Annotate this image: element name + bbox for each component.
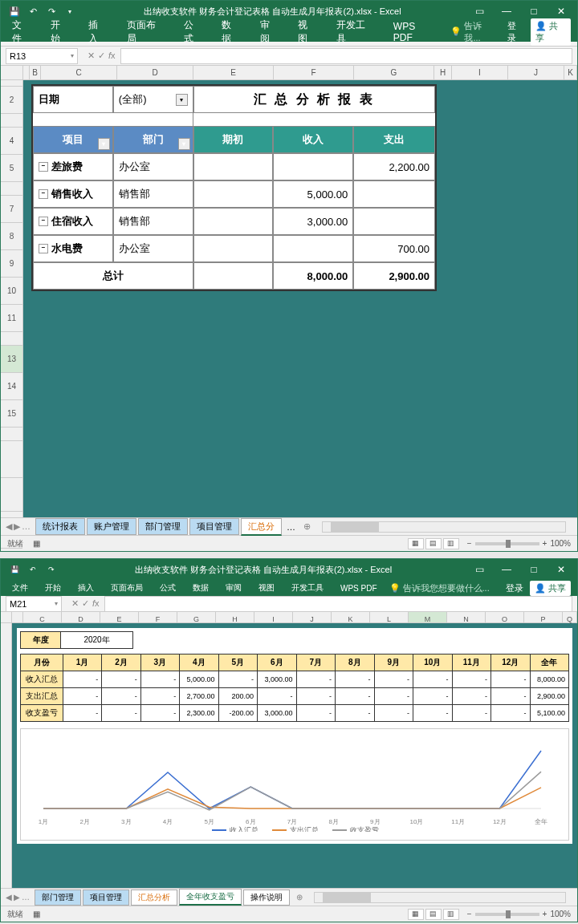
date-filter[interactable]: (全部)▾ <box>113 86 193 113</box>
ribbon-tab-dev[interactable]: 开发工具 <box>332 16 379 48</box>
select-all[interactable] <box>1 66 23 79</box>
view-normal-icon[interactable]: ▦ <box>408 538 424 549</box>
tab-annual[interactable]: 全年收支盈亏 <box>179 889 242 906</box>
tab-nav-prev-icon[interactable]: ◀ <box>6 893 12 902</box>
ribbon-tab-insert[interactable]: 插入 <box>73 580 99 596</box>
tab-nav-next-icon[interactable]: ▶ <box>14 893 20 902</box>
cancel-icon[interactable]: ✕ <box>71 598 79 609</box>
collapse-icon[interactable]: − <box>39 217 48 226</box>
fx-icon[interactable]: fx <box>92 598 100 609</box>
macro-icon[interactable]: ▦ <box>33 910 40 918</box>
collapse-icon[interactable]: − <box>39 189 48 199</box>
horizontal-scrollbar[interactable] <box>322 521 566 533</box>
ribbon-tab-home[interactable]: 开始 <box>46 16 75 48</box>
filter-icon[interactable]: ▾ <box>178 138 190 150</box>
name-box[interactable]: M21 <box>6 596 62 612</box>
row-10[interactable]: 10 <box>1 278 22 305</box>
formula-input[interactable] <box>104 596 572 612</box>
ribbon-tab-review[interactable]: 审阅 <box>221 580 246 596</box>
view-pagebreak-icon[interactable]: ▥ <box>443 909 459 920</box>
sheet-canvas[interactable]: 年度2020年 月份1月2月3月4月5月6月7月8月9月10月11月12月全年收… <box>12 623 577 888</box>
view-normal-icon[interactable]: ▦ <box>408 909 424 920</box>
row-15[interactable]: 15 <box>1 400 22 428</box>
ribbon-tab-review[interactable]: 审阅 <box>255 16 284 48</box>
tell-me[interactable]: 💡 告诉我... <box>450 20 497 44</box>
enter-icon[interactable]: ✓ <box>82 598 89 609</box>
login-button[interactable]: 登录 <box>506 582 523 594</box>
ribbon-tab-insert[interactable]: 插入 <box>83 16 112 48</box>
ribbon-tab-formula[interactable]: 公式 <box>155 580 181 596</box>
filter-icon[interactable]: ▾ <box>98 138 110 150</box>
row-9[interactable]: 9 <box>1 250 22 278</box>
row-7[interactable]: 7 <box>1 196 22 223</box>
col-h[interactable]: H <box>434 66 452 79</box>
col-b[interactable]: B <box>30 66 41 79</box>
sheet-canvas[interactable]: 日期 (全部)▾ 汇 总 分 析 报 表 项目▾ 部门▾ 期初 收入 支出 −差… <box>23 80 577 517</box>
macro-icon[interactable]: ▦ <box>33 539 40 548</box>
minimize-icon[interactable]: — <box>494 561 519 578</box>
col-k[interactable]: K <box>564 66 577 79</box>
cancel-icon[interactable]: ✕ <box>88 51 95 61</box>
col-a[interactable] <box>23 66 30 79</box>
zoom-out-icon[interactable]: − <box>467 910 472 918</box>
zoom-slider[interactable] <box>475 913 539 916</box>
ribbon-tab-home[interactable]: 开始 <box>40 580 66 596</box>
row-8[interactable]: 8 <box>1 223 22 250</box>
redo-icon[interactable]: ↷ <box>43 561 60 578</box>
tab-help[interactable]: 操作说明 <box>243 890 290 906</box>
col-g[interactable]: G <box>354 66 434 79</box>
row-2[interactable]: 2 <box>1 87 22 114</box>
tab-dept[interactable]: 部门管理 <box>138 518 188 535</box>
zoom-in-icon[interactable]: + <box>543 910 547 918</box>
tab-project[interactable]: 项目管理 <box>83 890 129 906</box>
ribbon-tab-data[interactable]: 数据 <box>188 580 214 596</box>
tab-nav-prev-icon[interactable]: ◀ <box>6 521 12 532</box>
col-c[interactable]: C <box>41 66 117 79</box>
share-button[interactable]: 👤 共享 <box>531 18 571 46</box>
ribbon-tab-view[interactable]: 视图 <box>293 16 322 48</box>
tab-summary[interactable]: 汇总分 <box>241 518 282 536</box>
ribbon-tab-wps[interactable]: WPS PDF <box>389 18 442 46</box>
tell-me[interactable]: 💡 告诉我您想要做什么... <box>389 582 490 594</box>
ribbon-tab-dev[interactable]: 开发工具 <box>287 580 328 596</box>
collapse-icon[interactable]: − <box>39 162 48 172</box>
tab-project[interactable]: 项目管理 <box>189 518 239 535</box>
enter-icon[interactable]: ✓ <box>98 51 105 61</box>
fx-icon[interactable]: fx <box>108 51 116 61</box>
horizontal-scrollbar[interactable] <box>314 892 566 903</box>
row-13[interactable]: 13 <box>1 346 22 373</box>
filter-dropdown-icon[interactable]: ▾ <box>176 94 188 106</box>
row-14[interactable]: 14 <box>1 373 22 400</box>
ribbon-tab-wps[interactable]: WPS PDF <box>336 582 382 595</box>
collapse-icon[interactable]: − <box>39 244 48 253</box>
ribbon-tab-view[interactable]: 视图 <box>254 580 279 596</box>
ribbon-tab-formula[interactable]: 公式 <box>179 16 208 48</box>
ribbon-tab-data[interactable]: 数据 <box>217 16 246 48</box>
new-sheet-icon[interactable]: ⊕ <box>299 521 315 532</box>
col-i[interactable]: I <box>452 66 508 79</box>
col-j[interactable]: J <box>508 66 564 79</box>
undo-icon[interactable]: ↶ <box>24 561 42 578</box>
name-box[interactable]: R13 <box>6 48 78 64</box>
tab-summary[interactable]: 汇总分析 <box>131 890 177 906</box>
zoom-in-icon[interactable]: + <box>543 539 547 548</box>
ribbon-tab-file[interactable]: 文件 <box>7 580 33 596</box>
row-11[interactable]: 11 <box>1 305 22 332</box>
view-layout-icon[interactable]: ▤ <box>425 909 442 920</box>
view-layout-icon[interactable]: ▤ <box>425 538 442 549</box>
new-sheet-icon[interactable]: ⊕ <box>291 893 307 902</box>
tab-nav-next-icon[interactable]: ▶ <box>14 521 20 532</box>
ribbon-tab-layout[interactable]: 页面布局 <box>122 16 169 48</box>
col-d[interactable]: D <box>117 66 193 79</box>
maximize-icon[interactable]: □ <box>521 561 547 578</box>
zoom-value[interactable]: 100% <box>550 539 571 548</box>
login-button[interactable]: 登录 <box>507 20 524 44</box>
ribbon-options-icon[interactable]: ▭ <box>466 561 492 578</box>
row-5[interactable]: 5 <box>1 155 22 182</box>
col-e[interactable]: E <box>193 66 274 79</box>
zoom-value[interactable]: 100% <box>550 910 571 918</box>
ribbon-tab-file[interactable]: 文件 <box>7 16 36 48</box>
tab-stats[interactable]: 统计报表 <box>35 518 85 535</box>
tab-account[interactable]: 账户管理 <box>87 518 136 535</box>
zoom-slider[interactable] <box>475 542 539 545</box>
